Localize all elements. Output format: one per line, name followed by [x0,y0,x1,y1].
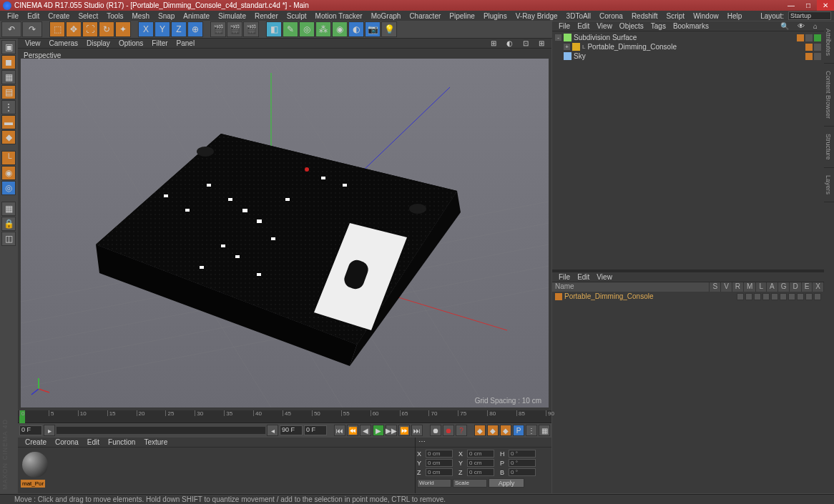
menu-file[interactable]: File [3,12,23,20]
right-tab-content-browser[interactable]: Content Browser [824,64,834,127]
vis-tag[interactable] [797,34,804,41]
attr-badge-e[interactable] [805,293,813,300]
attr-menu-file[interactable]: File [555,273,574,281]
attr-menu-edit[interactable]: Edit [574,273,593,281]
coord-system-button[interactable]: ⊕ [187,21,203,37]
menu-v-ray-bridge[interactable]: V-Ray Bridge [511,12,562,20]
attr-badge-r[interactable] [754,293,761,300]
apply-button[interactable]: Apply [489,478,524,488]
object-row[interactable]: +LPortable_Dimming_Console [555,42,821,51]
timeline-start-spin[interactable]: ▸ [44,425,55,436]
planar-workplane-button[interactable]: ◫ [1,232,16,246]
obj-menu-file[interactable]: File [555,22,574,30]
vis-tag[interactable] [805,53,813,60]
all-key-button[interactable]: ▦ [539,425,550,436]
render-view-button[interactable]: 🎬 [210,21,226,37]
menu-3dtoall[interactable]: 3DToAll [562,12,595,20]
vp-menu-filter[interactable]: Filter [147,39,172,47]
autokey-button[interactable]: ⏺ [443,425,454,436]
attr-badge-s[interactable] [737,293,744,300]
timeline-end-spin[interactable]: ◂ [267,425,278,436]
pos-key-button[interactable]: ◆ [474,425,486,436]
menu-script[interactable]: Script [662,12,690,20]
vis-tag-r[interactable] [814,53,821,60]
obj-menu-bookmarks[interactable]: Bookmarks [669,22,712,30]
viewport-hud-icon-1[interactable]: ⊞ [486,39,501,47]
pla-key-button[interactable]: ⋮ [526,425,537,436]
menu-pipeline[interactable]: Pipeline [445,12,479,20]
x-axis-button[interactable]: X [138,21,154,37]
layout-select[interactable]: Startup [788,11,831,20]
pen-tool-button[interactable]: ✎ [283,21,298,37]
coord-pos-input[interactable]: 0 cm [426,459,453,467]
panel-icon-eye[interactable]: 👁 [794,22,808,30]
menu-snap[interactable]: Snap [154,12,179,20]
attr-badge-x[interactable] [814,293,821,300]
undo-button[interactable]: ↶ [1,21,21,37]
cube-primitive-button[interactable]: ◧ [266,21,282,37]
last-tool[interactable]: ✦ [115,21,131,37]
next-key-button[interactable]: ⏩ [398,425,410,436]
menu-create[interactable]: Create [44,12,74,20]
menu-help[interactable]: Help [723,12,747,20]
model-mode-button[interactable]: ◼ [1,55,16,69]
coord-rot-input[interactable]: 0 ° [509,450,536,458]
maximize-button[interactable]: □ [800,0,817,11]
polygon-mode-button[interactable]: ◆ [1,130,16,144]
check-tag[interactable] [814,34,821,41]
vis-tag-r[interactable] [814,44,821,51]
viewport-hud-icon-2[interactable]: ◐ [502,39,517,47]
close-button[interactable]: ✕ [817,0,834,11]
material-preview[interactable]: mat_Por [22,452,48,478]
edge-mode-button[interactable]: ▬ [1,115,16,129]
expand-icon[interactable]: - [555,34,561,41]
attr-badge-a[interactable] [780,293,787,300]
vp-menu-panel[interactable]: Panel [172,39,200,47]
timeline-current-input[interactable]: 0 F [304,425,327,435]
goto-end-button[interactable]: ⏭ [411,425,423,436]
snap-button[interactable]: ◎ [1,181,16,195]
environment-button[interactable]: ◐ [348,21,364,37]
menu-sculpt[interactable]: Sculpt [283,12,311,20]
menu-motion-tracker[interactable]: Motion Tracker [311,12,367,20]
deformer-button[interactable]: ◉ [332,21,348,37]
next-frame-button[interactable]: ▶▶ [386,425,397,436]
subdivision-button[interactable]: ◎ [299,21,315,37]
right-tab-layers[interactable]: Layers [824,168,834,202]
viewport-3d[interactable]: Grid Spacing : 10 cm [21,59,549,407]
vp-menu-display[interactable]: Display [82,39,114,47]
timeline-start-input[interactable]: 0 F [19,425,42,435]
vis-tag-r[interactable] [805,34,813,41]
expand-icon[interactable]: + [564,44,570,50]
axis-button[interactable]: └ [1,151,16,165]
viewport-hud-icon-3[interactable]: ⊡ [519,39,533,47]
light-button[interactable]: 💡 [381,21,397,37]
make-editable-button[interactable]: ▣ [1,40,16,54]
mat-menu-edit[interactable]: Edit [83,438,104,446]
attrs-row[interactable]: Portable_Dimming_Console [552,292,824,301]
attr-badge-l[interactable] [771,293,778,300]
coord-mode-select[interactable]: Scale [453,479,487,488]
coord-rot-input[interactable]: 0 ° [509,459,536,467]
camera-button[interactable]: 📷 [365,21,381,37]
vp-menu-cameras[interactable]: Cameras [45,39,83,47]
mat-menu-texture[interactable]: Texture [139,438,172,446]
right-tab-structure[interactable]: Structure [824,127,834,168]
viewport-solo-button[interactable]: ◉ [1,166,16,180]
mat-menu-corona[interactable]: Corona [51,438,83,446]
coord-system-select[interactable]: World [417,479,451,488]
move-tool[interactable]: ✥ [66,21,82,37]
menu-select[interactable]: Select [74,12,102,20]
locked-workplane-button[interactable]: 🔒 [1,217,16,231]
mat-menu-create[interactable]: Create [21,438,51,446]
coord-pos-input[interactable]: 0 cm [426,450,453,458]
coord-size-input[interactable]: 0 cm [467,468,494,476]
object-tree[interactable]: -Subdivision Surface+LPortable_Dimming_C… [552,31,824,62]
menu-edit[interactable]: Edit [23,12,44,20]
attr-menu-view[interactable]: View [593,273,616,281]
menu-redshift[interactable]: Redshift [627,12,662,20]
z-axis-button[interactable]: Z [171,21,187,37]
redo-button[interactable]: ↷ [22,21,42,37]
menu-corona[interactable]: Corona [595,12,627,20]
y-axis-button[interactable]: Y [154,21,170,37]
